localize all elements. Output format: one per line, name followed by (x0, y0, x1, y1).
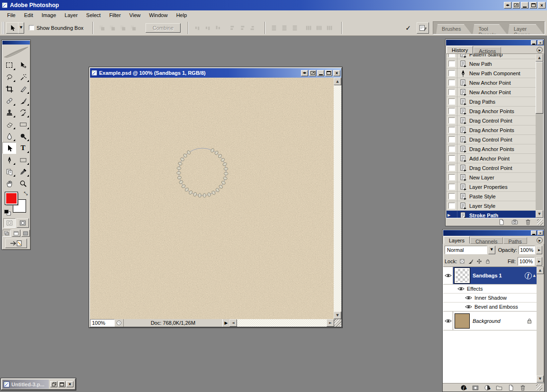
history-row[interactable]: Add Anchor Point (447, 154, 536, 163)
layers-minimize-button[interactable] (531, 231, 537, 235)
layers-panel-titlebar[interactable]: × (443, 230, 544, 236)
layers-close-button[interactable]: × (538, 231, 543, 235)
history-source-well[interactable] (448, 117, 455, 124)
history-minimize-button[interactable] (531, 40, 537, 45)
fill-field[interactable]: 100% (518, 257, 535, 266)
menu-file[interactable]: File (3, 11, 20, 19)
layer-visibility-toggle[interactable] (443, 267, 453, 284)
eraser-tool[interactable] (2, 118, 16, 130)
lasso-tool[interactable] (2, 71, 16, 83)
close-button[interactable]: × (538, 2, 546, 9)
notes-tool[interactable] (2, 166, 16, 178)
standard-mode-button[interactable] (3, 218, 16, 228)
tab-actions[interactable]: Actions (474, 47, 501, 53)
menu-window[interactable]: Window (145, 11, 172, 19)
history-row[interactable]: New Anchor Point (447, 88, 536, 97)
minimized-titlebar[interactable]: Untitled-3.p... (2, 380, 49, 389)
scroll-right-icon[interactable]: ► (327, 319, 334, 327)
history-row[interactable]: Pattern Stamp (447, 53, 536, 59)
tool-preset-picker[interactable]: ▼ (6, 22, 24, 34)
panel-resize-grip[interactable] (536, 384, 542, 391)
history-source-well[interactable] (448, 184, 455, 190)
layers-menu-icon[interactable]: ▶ (537, 237, 543, 243)
history-row[interactable]: Layer Properties (447, 182, 536, 192)
dodge-tool[interactable] (16, 130, 30, 142)
history-close-button[interactable]: × (538, 40, 543, 45)
layer-style-badge-icon[interactable]: ƒ (525, 272, 532, 279)
titlebar-arrows-button[interactable]: ◂▸ (504, 2, 511, 9)
history-row[interactable]: New Layer (447, 173, 536, 182)
fill-slider-icon[interactable]: ▶ (536, 257, 542, 266)
history-row-selected[interactable]: ▶Stroke Path (447, 211, 536, 218)
delete-layer-button[interactable] (519, 384, 527, 391)
effects-header-row[interactable]: Effects (443, 285, 537, 294)
history-scroll-down-icon[interactable]: ▼ (536, 210, 543, 218)
path-selection-tool[interactable] (2, 142, 16, 154)
scroll-up-icon[interactable]: ▲ (334, 78, 341, 85)
doc-arrows-button[interactable]: ◂▸ (301, 70, 308, 76)
lock-all-button[interactable] (484, 258, 491, 265)
effect-row-bevel-emboss[interactable]: Bevel and Emboss (443, 303, 537, 312)
history-row[interactable]: Drag Paths (447, 97, 536, 107)
menu-filter[interactable]: Filter (105, 11, 125, 19)
lock-paint-button[interactable] (467, 258, 474, 265)
clone-stamp-tool[interactable] (2, 107, 16, 118)
toggle-brushes-palette-button[interactable] (417, 22, 429, 34)
menu-layer[interactable]: Layer (60, 11, 82, 19)
maximize-button[interactable] (529, 2, 537, 9)
foreground-color-swatch[interactable] (5, 192, 18, 205)
doc-maximize-button[interactable] (325, 70, 332, 76)
doc-minimize-button[interactable] (317, 70, 324, 76)
minimized-document-window[interactable]: Untitled-3.p... × (1, 378, 76, 390)
blend-mode-select[interactable]: Normal (445, 246, 487, 254)
app-titlebar[interactable]: Adobe Photoshop ◂▸ × (0, 0, 547, 10)
layer-thumbnail[interactable] (455, 313, 470, 329)
hand-tool[interactable] (2, 178, 16, 189)
show-bounding-box-checkbox[interactable] (29, 25, 34, 30)
history-row[interactable]: New Path (447, 59, 536, 69)
history-panel-titlebar[interactable]: × (446, 40, 544, 45)
window-resize-grip[interactable] (334, 319, 341, 327)
history-row[interactable]: Drag Anchor Points (447, 125, 536, 135)
opacity-slider-icon[interactable]: ▶ (536, 246, 542, 254)
min-close-button[interactable]: × (66, 381, 73, 387)
titlebar-window-button[interactable] (512, 2, 520, 9)
standard-screen-mode-button[interactable] (2, 230, 11, 237)
min-restore-button[interactable] (50, 381, 57, 387)
delete-state-button[interactable] (524, 219, 532, 225)
history-source-well[interactable] (448, 80, 455, 86)
history-row[interactable]: Drag Anchor Points (447, 107, 536, 116)
tab-layers[interactable]: Layers (444, 236, 470, 244)
lock-transparency-button[interactable] (459, 258, 465, 265)
history-row[interactable]: Drag Control Point (447, 116, 536, 125)
history-row[interactable]: Drag Anchor Points (447, 144, 536, 154)
eye-icon[interactable] (457, 286, 465, 291)
history-row[interactable]: New Path Component (447, 69, 536, 78)
history-source-well[interactable] (448, 174, 455, 180)
history-row[interactable]: New Anchor Point (447, 78, 536, 88)
history-source-well[interactable] (448, 146, 455, 152)
history-source-well[interactable] (448, 193, 455, 199)
add-layer-style-button[interactable]: ▼ (459, 384, 468, 391)
default-colors-button[interactable] (4, 210, 11, 215)
history-source-well[interactable] (448, 165, 455, 171)
layer-visibility-toggle[interactable] (443, 312, 453, 330)
doc-close-button[interactable]: × (333, 70, 340, 76)
tab-brushes[interactable]: Brushes (436, 24, 471, 34)
menu-view[interactable]: View (125, 11, 145, 19)
tab-history[interactable]: History (447, 46, 473, 53)
history-source-well[interactable] (448, 155, 455, 161)
rectangular-marquee-tool[interactable] (2, 59, 16, 71)
history-source-well[interactable] (448, 203, 455, 209)
shape-tool[interactable] (16, 154, 30, 166)
history-menu-icon[interactable]: ▶ (537, 47, 543, 53)
doc-window-button[interactable] (309, 70, 316, 76)
history-row[interactable]: Paste Style (447, 192, 536, 201)
brush-tool[interactable] (16, 95, 30, 107)
slice-tool[interactable] (16, 83, 30, 95)
history-scroll-up-icon[interactable]: ▲ (536, 54, 543, 62)
history-scroll-track[interactable] (536, 114, 543, 210)
type-tool[interactable]: T (16, 142, 30, 154)
layer-thumbnail[interactable] (455, 268, 470, 283)
new-layer-button[interactable] (507, 384, 515, 391)
